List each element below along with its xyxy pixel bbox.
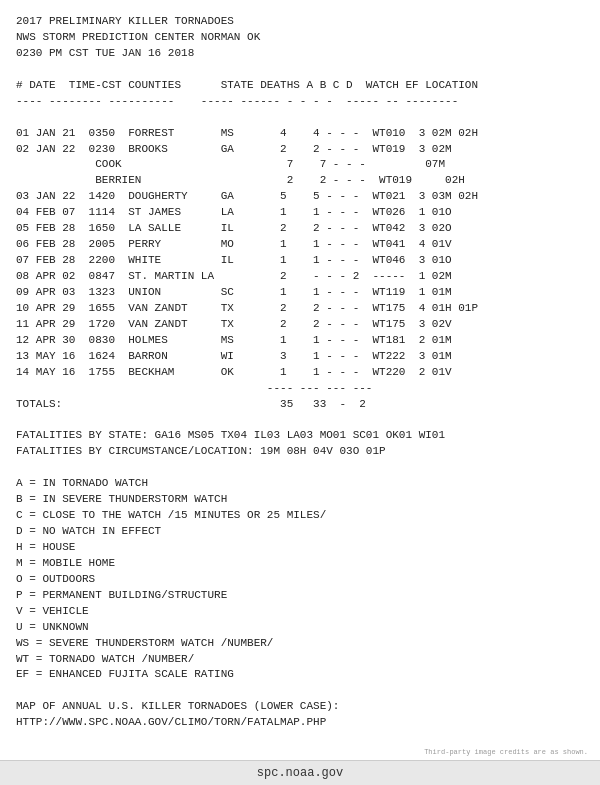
row-01: 01 JAN 21 0350 FORREST MS 4 4 - - - WT01… <box>16 127 478 139</box>
legend-WS: WS = SEVERE THUNDERSTORM WATCH /NUMBER/ <box>16 637 273 649</box>
row-11: 11 APR 29 1720 VAN ZANDT TX 2 2 - - - WT… <box>16 318 452 330</box>
legend-M: M = MOBILE HOME <box>16 557 115 569</box>
main-content: 2017 PRELIMINARY KILLER TORNADOES NWS ST… <box>0 0 600 760</box>
row-12: 12 APR 30 0830 HOLMES MS 1 1 - - - WT181… <box>16 334 452 346</box>
row-08: 08 APR 02 0847 ST. MARTIN LA 2 - - - 2 -… <box>16 270 452 282</box>
row-13: 13 MAY 16 1624 BARRON WI 3 1 - - - WT222… <box>16 350 452 362</box>
report-columns: # DATE TIME-CST COUNTIES STATE DEATHS A … <box>16 79 478 91</box>
report-dividers: ---- -------- ---------- ----- ------ - … <box>16 95 458 107</box>
fatalities-by-state: FATALITIES BY STATE: GA16 MS05 TX04 IL03… <box>16 429 445 441</box>
row-07: 07 FEB 28 2200 WHITE IL 1 1 - - - WT046 … <box>16 254 452 266</box>
report-text: 2017 PRELIMINARY KILLER TORNADOES NWS ST… <box>16 14 584 731</box>
watermark: Third-party image credits are as shown. <box>424 748 588 757</box>
legend-O: O = OUTDOORS <box>16 573 95 585</box>
legend-C: C = CLOSE TO THE WATCH /15 MINUTES OR 25… <box>16 509 326 521</box>
legend-B: B = IN SEVERE THUNDERSTORM WATCH <box>16 493 227 505</box>
row-04: 04 FEB 07 1114 ST JAMES LA 1 1 - - - WT0… <box>16 206 452 218</box>
page-container: 2017 PRELIMINARY KILLER TORNADOES NWS ST… <box>0 0 600 785</box>
row-05: 05 FEB 28 1650 LA SALLE IL 2 2 - - - WT0… <box>16 222 452 234</box>
footer-domain: spc.noaa.gov <box>257 766 343 780</box>
watermark-line1: Third-party image credits are as shown. <box>424 748 588 756</box>
row-14: 14 MAY 16 1755 BECKHAM OK 1 1 - - - WT22… <box>16 366 452 378</box>
row-10: 10 APR 29 1655 VAN ZANDT TX 2 2 - - - WT… <box>16 302 478 314</box>
row-02: 02 JAN 22 0230 BROOKS GA 2 2 - - - WT019… <box>16 143 452 155</box>
map-label: MAP OF ANNUAL U.S. KILLER TORNADOES (LOW… <box>16 700 339 712</box>
legend-EF: EF = ENHANCED FUJITA SCALE RATING <box>16 668 234 680</box>
row-03: 03 JAN 22 1420 DOUGHERTY GA 5 5 - - - WT… <box>16 190 478 202</box>
row-02-berrien: BERRIEN 2 2 - - - WT019 02H <box>16 174 465 186</box>
header-line2: NWS STORM PREDICTION CENTER NORMAN OK <box>16 31 260 43</box>
fatalities-by-circumstance: FATALITIES BY CIRCUMSTANCE/LOCATION: 19M… <box>16 445 386 457</box>
legend-V: V = VEHICLE <box>16 605 89 617</box>
header-line3: 0230 PM CST TUE JAN 16 2018 <box>16 47 194 59</box>
legend-D: D = NO WATCH IN EFFECT <box>16 525 161 537</box>
row-02-cook: COOK 7 7 - - - 07M <box>16 158 445 170</box>
footer-bar: spc.noaa.gov <box>0 760 600 785</box>
totals-row: TOTALS: 35 33 - 2 <box>16 398 366 410</box>
row-09: 09 APR 03 1323 UNION SC 1 1 - - - WT119 … <box>16 286 452 298</box>
legend-H: H = HOUSE <box>16 541 75 553</box>
header-line1: 2017 PRELIMINARY KILLER TORNADOES <box>16 15 234 27</box>
row-06: 06 FEB 28 2005 PERRY MO 1 1 - - - WT041 … <box>16 238 452 250</box>
legend-A: A = IN TORNADO WATCH <box>16 477 148 489</box>
map-url: HTTP://WWW.SPC.NOAA.GOV/CLIMO/TORN/FATAL… <box>16 716 326 728</box>
legend-WT: WT = TORNADO WATCH /NUMBER/ <box>16 653 194 665</box>
legend-P: P = PERMANENT BUILDING/STRUCTURE <box>16 589 227 601</box>
legend-U: U = UNKNOWN <box>16 621 89 633</box>
